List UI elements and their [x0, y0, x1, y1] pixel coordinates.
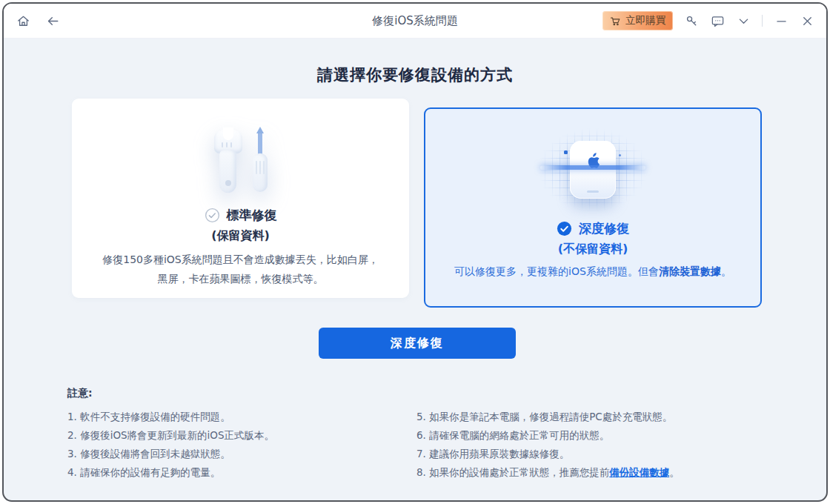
note-item-5: 5. 如果你是筆記本電腦，修復過程請使PC處於充電狀態。 — [416, 408, 680, 426]
deep-desc-bold: 清除裝置數據 — [659, 265, 721, 277]
backup-data-link[interactable]: 備份設備數據 — [609, 466, 669, 478]
titlebar-right: 立即購買 — [602, 11, 814, 30]
buy-now-button[interactable]: 立即購買 — [602, 11, 673, 30]
page-heading: 請選擇你要修復設備的方式 — [4, 64, 826, 85]
deep-desc-suffix: 。 — [721, 265, 731, 277]
card-standard-repair[interactable]: 標準修復 (保留資料) 修復150多種iOS系統問題且不會造成數據丟失，比如白屏… — [72, 99, 409, 298]
standard-title-row: 標準修復 — [205, 207, 277, 224]
check-circle-unselected-icon — [205, 208, 220, 223]
deep-repair-action-button[interactable]: 深度修復 — [319, 328, 516, 359]
standard-repair-subtitle: (保留資料) — [211, 228, 270, 244]
device-scan-icon — [537, 128, 648, 211]
deep-repair-title: 深度修復 — [579, 220, 629, 237]
app-window: 修復iOS系統問題 立即購買 請選擇你要修復設備的方式 — [2, 2, 828, 502]
titlebar-divider — [762, 15, 763, 27]
note-item-6: 6. 請確保電腦的網絡處於正常可用的狀態。 — [416, 426, 680, 445]
screwdriver-icon — [253, 127, 268, 198]
buy-now-label: 立即購買 — [625, 14, 665, 27]
note-item-2: 2. 修復後iOS將會更新到最新的iOS正式版本。 — [67, 426, 274, 445]
minimize-icon[interactable] — [774, 13, 788, 28]
deep-repair-subtitle: (不保留資料) — [558, 242, 628, 257]
card-deep-repair[interactable]: 深度修復 (不保留資料) 可以修復更多，更複雜的iOS系統問題。但會清除裝置數據… — [424, 107, 762, 308]
titlebar-left — [16, 13, 60, 28]
standard-repair-title: 標準修復 — [227, 207, 277, 224]
deep-title-row: 深度修復 — [557, 220, 629, 237]
key-icon[interactable] — [684, 13, 699, 28]
cart-icon — [610, 16, 621, 27]
deep-desc-prefix: 可以修復更多，更複雜的iOS系統問題。但會 — [454, 265, 659, 277]
note-item-3: 3. 修復後設備將會回到未越獄狀態。 — [67, 445, 274, 463]
apple-device-icon — [570, 141, 616, 199]
note-item-8: 8. 如果你的設備處於正常狀態，推薦您提前備份設備數據。 — [416, 463, 680, 482]
deep-repair-description: 可以修復更多，更複雜的iOS系統問題。但會清除裝置數據。 — [436, 262, 749, 281]
back-icon[interactable] — [45, 13, 60, 28]
close-icon[interactable] — [800, 13, 814, 28]
wrench-screwdriver-icon — [214, 125, 268, 198]
note-item-1: 1. 軟件不支持修復設備的硬件問題。 — [67, 408, 274, 426]
scan-line — [540, 165, 645, 170]
notes-right-column: 5. 如果你是筆記本電腦，修復過程請使PC處於充電狀態。 6. 請確保電腦的網絡… — [416, 408, 680, 482]
note-item-8-text: 8. 如果你的設備處於正常狀態，推薦您提前 — [416, 466, 609, 478]
note-item-8-suffix: 。 — [669, 466, 680, 478]
note-item-7: 7. 建議你用蘋果原裝數據線修復。 — [416, 445, 680, 463]
note-item-4: 4. 請確保你的設備有足夠的電量。 — [67, 463, 274, 482]
check-circle-selected-icon — [557, 221, 572, 236]
feedback-icon[interactable] — [710, 13, 725, 28]
titlebar: 修復iOS系統問題 立即購買 — [4, 4, 826, 39]
standard-repair-description: 修復150多種iOS系統問題且不會造成數據丟失，比如白屏，黑屏，卡在蘋果圖標，恢… — [72, 250, 409, 288]
menu-chevron-down-icon[interactable] — [736, 13, 751, 28]
notes-left-column: 1. 軟件不支持修復設備的硬件問題。 2. 修復後iOS將會更新到最新的iOS正… — [67, 408, 274, 482]
notes-heading: 註意: — [67, 387, 93, 400]
wrench-icon — [214, 130, 242, 198]
home-icon[interactable] — [16, 13, 30, 28]
device-home-bar — [587, 190, 599, 193]
